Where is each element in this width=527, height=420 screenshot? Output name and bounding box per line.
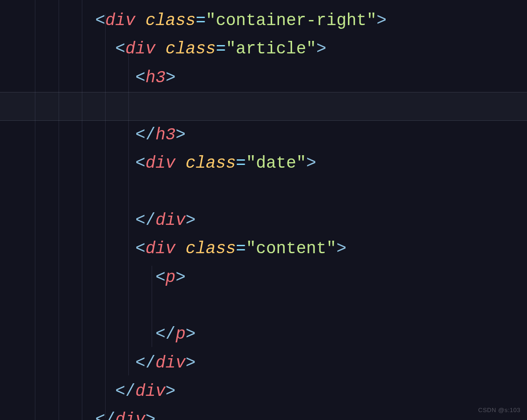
code-token: div (155, 354, 186, 373)
code-line[interactable]: </div> (0, 377, 527, 406)
code-token: < (155, 268, 166, 287)
code-token: < (135, 154, 146, 173)
code-token: class (166, 39, 216, 59)
code-token (155, 39, 166, 59)
code-token: h3 (155, 125, 175, 144)
code-token: class (186, 239, 236, 258)
code-token: div (146, 239, 176, 258)
code-token: > (186, 354, 196, 373)
code-token: div (125, 39, 155, 59)
code-token: > (175, 268, 186, 287)
code-token: </ (135, 211, 155, 230)
code-token: div (115, 410, 146, 420)
code-token: </ (95, 410, 115, 420)
code-editor[interactable]: <div class="container-right"> <div class… (0, 0, 527, 420)
code-line[interactable]: </p> (0, 320, 527, 348)
code-token: > (186, 211, 196, 230)
code-token: > (166, 382, 176, 401)
code-line[interactable]: </div> (0, 406, 527, 420)
code-token: p (175, 325, 186, 344)
code-token: > (186, 325, 196, 344)
code-token: div (105, 11, 135, 30)
code-token: h3 (146, 68, 166, 87)
code-token: > (166, 68, 176, 87)
code-token (135, 11, 146, 30)
code-token: </ (115, 382, 135, 401)
code-line[interactable]: </div> (0, 349, 527, 377)
code-token: class (146, 11, 196, 30)
code-line[interactable]: </h3> (0, 121, 527, 149)
code-line[interactable] (0, 92, 527, 120)
code-token: < (135, 239, 146, 258)
code-lines-container: <div class="container-right"> <div class… (0, 7, 527, 420)
code-token: p (166, 268, 176, 287)
code-token (175, 239, 186, 258)
code-token: </ (135, 125, 155, 144)
code-line[interactable]: </div> (0, 206, 527, 235)
code-line[interactable] (0, 292, 527, 320)
code-token: </ (135, 354, 155, 373)
code-token: < (115, 39, 126, 59)
code-token (175, 154, 186, 173)
code-token: = (196, 11, 206, 30)
code-token: = (236, 239, 246, 258)
watermark-text: CSDN @s:103 (478, 405, 520, 415)
code-token: div (146, 154, 176, 173)
code-token: "date" (246, 154, 307, 173)
code-token: = (236, 154, 246, 173)
code-line[interactable]: <p> (0, 263, 527, 292)
code-token: div (135, 382, 166, 401)
code-line[interactable]: <h3> (0, 64, 527, 92)
code-line[interactable]: <div class="date"> (0, 149, 527, 177)
code-token: = (216, 39, 226, 59)
code-token: "container-right" (206, 11, 376, 30)
code-token: < (135, 68, 146, 87)
code-token: div (155, 211, 186, 230)
code-token: > (316, 39, 327, 59)
code-token: </ (155, 325, 175, 344)
code-token: > (175, 125, 186, 144)
code-line[interactable]: <div class="container-right"> (0, 7, 527, 35)
code-token: > (377, 11, 387, 30)
code-token: < (95, 11, 106, 30)
code-token: "content" (246, 239, 336, 258)
code-line[interactable] (0, 177, 527, 206)
code-token: class (186, 154, 236, 173)
code-token: > (306, 154, 316, 173)
code-token: > (146, 410, 156, 420)
code-line[interactable]: <div class="content"> (0, 235, 527, 263)
code-token: > (336, 239, 347, 258)
code-line[interactable]: <div class="article"> (0, 35, 527, 63)
code-token: "article" (226, 39, 316, 59)
